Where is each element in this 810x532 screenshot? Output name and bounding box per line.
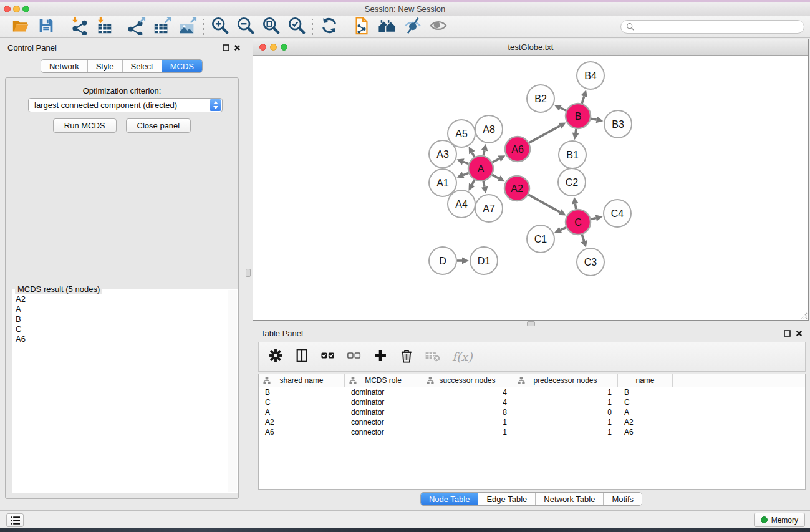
graph-node-B3[interactable]: B3 — [604, 110, 632, 138]
table-cell[interactable]: 4 — [422, 397, 513, 407]
table-cell[interactable]: dominator — [345, 387, 422, 397]
table-row[interactable]: Adominator80A — [259, 407, 805, 417]
save-session-button[interactable] — [33, 17, 59, 37]
table-row[interactable]: Bdominator41B — [259, 387, 805, 397]
network-canvas[interactable]: B4B2BB3A8A5A6A3B1AA1C2A2A4A7C4CC1C3DD1 — [253, 56, 808, 320]
graph-node-B1[interactable]: B1 — [559, 141, 586, 168]
vertical-splitter-handle[interactable] — [246, 269, 251, 277]
graph-node-D1[interactable]: D1 — [470, 247, 498, 274]
graph-edge-A-A1[interactable] — [456, 172, 468, 178]
import-network-button[interactable] — [65, 17, 91, 37]
graph-edge-C-C3[interactable] — [581, 235, 587, 248]
column-header-predecessor-nodes[interactable]: predecessor nodes — [513, 374, 618, 387]
graph-edge-C-C2[interactable] — [572, 197, 579, 210]
graph-node-A8[interactable]: A8 — [475, 115, 503, 143]
column-header-name[interactable]: name — [618, 374, 673, 387]
graph-node-A6[interactable]: A6 — [505, 137, 530, 162]
table-cell[interactable]: C — [259, 397, 345, 407]
graph-node-B2[interactable]: B2 — [527, 85, 554, 112]
graph-node-C3[interactable]: C3 — [577, 248, 604, 276]
table-cell[interactable]: C — [618, 397, 673, 407]
open-session-button[interactable] — [7, 17, 33, 37]
graph-node-A1[interactable]: A1 — [429, 169, 456, 196]
run-mcds-button[interactable]: Run MCDS — [53, 118, 117, 133]
graph-edge-A2-C[interactable] — [528, 195, 566, 215]
graph-node-A4[interactable]: A4 — [448, 190, 475, 218]
show-columns-button[interactable] — [292, 348, 311, 366]
hide-selected-button[interactable] — [400, 17, 425, 37]
graph-node-D[interactable]: D — [429, 247, 456, 274]
tab-motifs[interactable]: Motifs — [603, 493, 642, 505]
task-history-button[interactable] — [6, 513, 24, 527]
column-header-MCDS-role[interactable]: MCDS role — [345, 374, 422, 387]
search-field[interactable] — [620, 20, 804, 34]
graph-node-A7[interactable]: A7 — [475, 195, 503, 222]
mcds-result-item[interactable]: B — [14, 314, 227, 324]
delete-table-button[interactable] — [423, 348, 441, 366]
export-network-button[interactable] — [123, 17, 149, 37]
table-settings-button[interactable] — [266, 348, 284, 366]
resize-grip-icon[interactable] — [799, 311, 808, 319]
float-panel-icon[interactable] — [222, 44, 230, 52]
column-header-successor-nodes[interactable]: successor nodes — [422, 374, 513, 387]
tab-node-table[interactable]: Node Table — [421, 493, 478, 505]
function-builder-button[interactable]: f(x) — [450, 350, 473, 364]
graph-node-A[interactable]: A — [468, 156, 493, 181]
mcds-result-item[interactable]: A6 — [14, 334, 227, 344]
graph-edge-A-A6[interactable] — [493, 155, 506, 162]
table-cell[interactable]: A — [618, 407, 673, 417]
graph-node-A3[interactable]: A3 — [429, 140, 456, 168]
delete-column-button[interactable] — [397, 348, 415, 366]
zoom-out-button[interactable] — [233, 17, 258, 37]
table-cell[interactable]: 1 — [513, 417, 618, 427]
table-cell[interactable]: A2 — [259, 417, 345, 427]
tab-style[interactable]: Style — [87, 60, 122, 72]
table-cell[interactable]: 8 — [422, 407, 513, 417]
graph-node-C[interactable]: C — [566, 210, 591, 235]
table-cell[interactable]: 4 — [422, 387, 513, 397]
refresh-view-button[interactable] — [316, 17, 342, 37]
graph-edge-A-A3[interactable] — [456, 158, 468, 165]
table-cell[interactable]: dominator — [345, 397, 422, 407]
graph-edge-A-A7[interactable] — [481, 181, 488, 194]
graph-edge-B-B3[interactable] — [591, 117, 604, 123]
graph-edge-A-A5[interactable] — [469, 147, 475, 157]
graph-edge-A-A4[interactable] — [468, 180, 475, 190]
graph-edge-A-A8[interactable] — [481, 144, 488, 156]
mcds-result-item[interactable]: A2 — [14, 294, 227, 304]
add-column-button[interactable] — [371, 348, 389, 366]
network-overview-button[interactable] — [374, 17, 400, 37]
graph-edge-C-C4[interactable] — [591, 215, 602, 221]
select-all-rows-button[interactable] — [319, 348, 337, 366]
table-cell[interactable]: dominator — [345, 407, 422, 417]
table-cell[interactable]: 0 — [513, 407, 618, 417]
zoom-selected-button[interactable] — [284, 17, 309, 37]
graph-node-B[interactable]: B — [566, 104, 591, 128]
deselect-all-rows-button[interactable] — [345, 348, 363, 366]
graph-node-C4[interactable]: C4 — [604, 200, 631, 227]
table-cell[interactable]: A2 — [618, 417, 673, 427]
export-image-button[interactable] — [175, 17, 200, 37]
table-cell[interactable]: 1 — [513, 397, 618, 407]
table-cell[interactable]: connector — [345, 417, 422, 427]
graph-edge-B-B2[interactable] — [554, 105, 566, 111]
result-scrollbar[interactable] — [228, 290, 237, 492]
table-cell[interactable]: A6 — [618, 427, 673, 437]
duplicate-network-button[interactable] — [349, 17, 374, 37]
graph-edge-B-B4[interactable] — [581, 90, 587, 104]
graph-edge-C-C1[interactable] — [554, 227, 566, 233]
memory-button[interactable]: Memory — [754, 513, 805, 527]
graph-node-C2[interactable]: C2 — [558, 168, 586, 196]
tab-edge-table[interactable]: Edge Table — [478, 493, 535, 505]
tab-select[interactable]: Select — [122, 60, 162, 72]
tab-mcds[interactable]: MCDS — [162, 60, 202, 72]
column-header-shared-name[interactable]: shared name — [259, 374, 345, 387]
table-cell[interactable]: 1 — [513, 387, 618, 397]
close-panel-button[interactable]: Close panel — [126, 118, 191, 133]
import-table-button[interactable] — [91, 17, 117, 37]
table-cell[interactable]: A — [259, 407, 345, 417]
table-cell[interactable]: 1 — [422, 427, 513, 437]
mcds-result-item[interactable]: A — [14, 304, 227, 314]
table-cell[interactable]: connector — [345, 427, 422, 437]
graph-edge-B-B1[interactable] — [572, 129, 579, 140]
